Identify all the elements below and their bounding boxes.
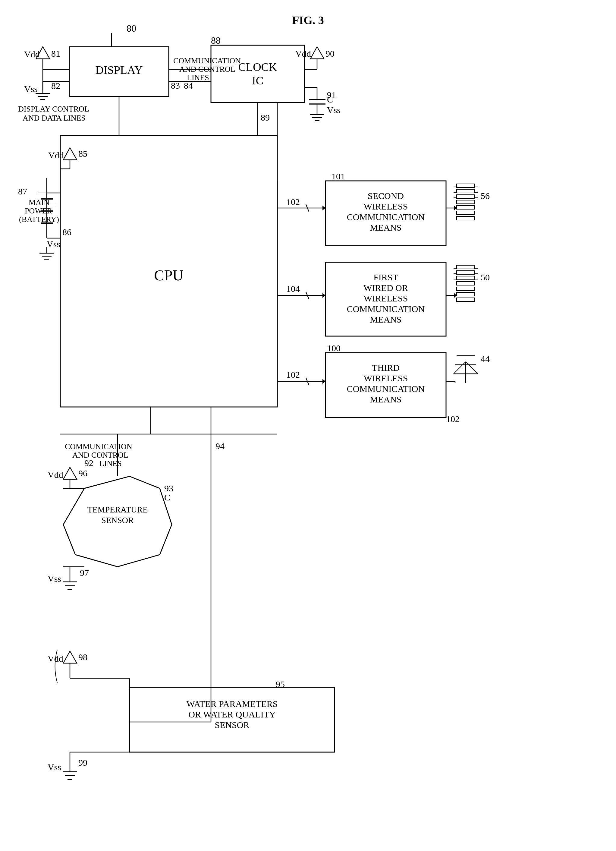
ref-89: 89 [261,113,270,122]
svg-rect-69 [457,281,475,285]
svg-rect-66 [457,265,475,269]
svg-line-89 [466,362,478,374]
comm-control-lines-label-2: AND CONTROL [179,65,235,74]
first-wired-label-2: WIRED OR [364,283,408,293]
comm-control-lines-label-1: COMMUNICATION [173,56,241,65]
svg-marker-62 [454,206,457,210]
ref-88: 88 [211,35,221,46]
svg-marker-11 [310,47,324,59]
clock-ic-label-1: CLOCK [238,60,277,73]
svg-rect-70 [457,287,475,290]
svg-marker-97 [63,467,77,479]
comm-lines-bottom-2: AND CONTROL [72,451,128,459]
svg-marker-80 [454,293,457,298]
ref-81: 81 [51,48,60,59]
vss-battery-label: Vss [47,239,60,249]
vdd-temp-label: Vdd [48,470,63,480]
ref-97: 97 [80,568,89,577]
ref-102c: 102 [446,414,460,424]
svg-rect-67 [457,271,475,274]
ref-85: 85 [78,149,87,159]
ref-100: 100 [327,343,341,353]
ref-96: 96 [78,468,87,478]
ref-83: 83 [171,81,180,90]
vss-temp-label: Vss [48,574,61,583]
svg-rect-50 [457,195,475,198]
first-wired-label-3: WIRELESS [364,293,408,303]
svg-rect-48 [457,184,475,188]
svg-rect-72 [457,298,475,301]
cpu-label: CPU [154,267,183,284]
vss-water-label: Vss [48,762,61,772]
svg-rect-52 [457,206,475,209]
vss-clock-label: Vss [327,105,341,115]
ref-102a: 102 [286,197,300,207]
ref-84: 84 [184,81,193,90]
first-wired-label-1: FIRST [373,272,398,282]
ref-80: 80 [126,23,136,34]
vdd-display-label: Vdd [24,49,40,59]
ref-102b: 102 [286,370,300,379]
ref-104: 104 [286,284,300,294]
circuit-diagram: FIG. 3 DISPLAY 80 Vdd 81 Vss 82 DISPLAY … [0,0,616,851]
svg-rect-51 [457,200,475,204]
temp-sensor-label-2: SENSOR [101,516,134,525]
temp-c-letter: C [164,492,170,502]
water-sensor-label-3: SENSOR [215,720,249,730]
svg-rect-68 [457,276,475,280]
comm-lines-bottom-1: COMMUNICATION [65,442,132,451]
ref-87: 87 [18,186,27,196]
battery-label: (BATTERY) [19,215,59,224]
svg-rect-54 [457,217,475,220]
ref-99: 99 [78,758,87,767]
ref-50: 50 [481,272,490,282]
first-wired-label-5: MEANS [370,314,401,324]
display-data-label: AND DATA LINES [23,114,86,122]
ref-90: 90 [326,48,335,59]
vdd-clock-label: Vdd [295,48,311,59]
figure-title: FIG. 3 [292,14,324,27]
temp-c-label: 93 [164,483,173,493]
display-label: DISPLAY [96,64,143,76]
ref-56: 56 [481,191,490,201]
clock-ic-box [211,45,304,102]
temp-sensor-label-1: TEMPERATURE [87,505,148,514]
second-wireless-label-1: SECOND [368,191,404,201]
second-wireless-label-2: WIRELESS [364,201,408,211]
ref-91: 91 [327,90,336,100]
ref-101: 101 [332,171,345,181]
ref-82: 82 [51,81,60,91]
first-wired-label-4: COMMUNICATION [347,304,425,314]
ref-98: 98 [78,652,87,662]
display-control-label: DISPLAY CONTROL [18,105,89,113]
vdd-cpu-label: Vdd [48,150,64,160]
ref-86: 86 [62,227,71,237]
water-sensor-label-1: WATER PARAMETERS [186,699,278,709]
third-wireless-label-1: THIRD [372,362,400,373]
third-wireless-label-2: WIRELESS [364,373,408,383]
third-wireless-label-3: COMMUNICATION [347,384,425,394]
ref-95: 95 [276,679,285,689]
ref-44: 44 [481,353,490,364]
comm-lines-bottom-3: LINES [99,459,122,468]
svg-rect-49 [457,189,475,193]
second-wireless-label-4: MEANS [370,223,401,232]
third-wireless-label-4: MEANS [370,394,401,404]
water-sensor-label-2: OR WATER QUALITY [188,709,275,719]
diagram-container: FIG. 3 DISPLAY 80 Vdd 81 Vss 82 DISPLAY … [0,0,616,851]
svg-rect-53 [457,211,475,215]
svg-rect-71 [457,292,475,296]
clock-ic-label-2: IC [252,74,263,87]
vss-display-label: Vss [24,84,38,94]
svg-marker-107 [63,651,77,663]
svg-line-88 [454,362,466,374]
second-wireless-label-3: COMMUNICATION [347,212,425,222]
ref-92: 92 [84,458,93,468]
ref-94: 94 [215,441,224,451]
